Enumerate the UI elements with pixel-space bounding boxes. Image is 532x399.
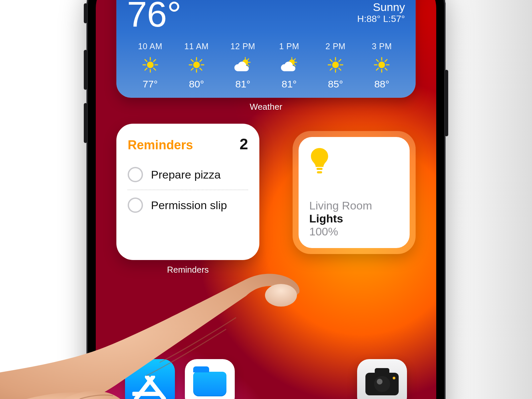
svg-point-18 <box>193 62 200 68</box>
svg-line-53 <box>385 60 387 62</box>
reminders-count: 2 <box>239 135 248 153</box>
svg-point-37 <box>332 62 339 68</box>
hour-label: 2 PM <box>326 42 345 51</box>
weather-high-low: H:88° L:57° <box>357 14 405 24</box>
hour-label: 1 PM <box>279 42 299 51</box>
svg-line-43 <box>339 68 341 70</box>
app-icon-files[interactable] <box>185 359 235 399</box>
lightbulb-icon <box>309 147 330 175</box>
svg-line-24 <box>200 68 202 70</box>
svg-line-51 <box>376 60 378 62</box>
sunny-icon <box>327 56 344 74</box>
weather-widget-label: Weather <box>96 102 436 112</box>
home-screen[interactable]: Sonoma 76° <box>96 0 436 399</box>
svg-rect-56 <box>317 171 322 173</box>
svg-point-9 <box>147 62 154 68</box>
svg-line-30 <box>248 59 249 60</box>
svg-line-26 <box>191 68 193 70</box>
hour-label: 3 PM <box>372 42 392 51</box>
svg-line-23 <box>191 60 193 62</box>
weather-widget[interactable]: Sonoma 76° <box>116 0 416 98</box>
svg-line-45 <box>330 68 332 70</box>
home-level: 100% <box>309 225 399 238</box>
hour-temp: 81° <box>282 78 297 90</box>
sunny-icon <box>373 56 391 74</box>
volume-up-button <box>84 50 87 90</box>
camera-icon <box>365 373 399 395</box>
svg-line-44 <box>339 60 341 62</box>
reminders-title: Reminders <box>128 138 193 152</box>
svg-line-25 <box>200 60 202 62</box>
reminder-item[interactable]: Permission slip <box>128 190 248 220</box>
hour-temp: 85° <box>328 78 343 90</box>
folder-icon <box>193 372 226 396</box>
side-button <box>84 3 87 23</box>
app-icon-camera[interactable] <box>357 359 407 399</box>
hour-label: 10 AM <box>138 42 162 51</box>
power-button <box>445 70 448 136</box>
reminders-widget-label: Reminders <box>116 265 259 275</box>
home-widget[interactable]: Living Room Lights 100% <box>293 131 416 254</box>
hour-temp: 88° <box>374 78 389 90</box>
svg-line-35 <box>294 59 295 60</box>
volume-down-button <box>84 103 87 143</box>
weather-condition: Sunny <box>357 1 405 14</box>
reminders-list: Prepare pizzaPermission slip <box>128 160 248 220</box>
svg-line-17 <box>145 68 147 70</box>
reminder-text: Prepare pizza <box>151 168 221 181</box>
svg-rect-55 <box>317 168 323 170</box>
hour-temp: 80° <box>189 78 204 90</box>
reminder-checkbox[interactable] <box>128 198 143 213</box>
hour-label: 12 PM <box>230 42 255 51</box>
svg-line-36 <box>294 65 295 66</box>
svg-line-14 <box>145 60 147 62</box>
svg-point-46 <box>378 62 385 68</box>
reminder-checkbox[interactable] <box>128 167 143 182</box>
sunny-icon <box>141 56 159 74</box>
partly-cloudy-icon <box>234 56 252 74</box>
svg-line-15 <box>154 68 156 70</box>
hourly-slot: 11 AM 80° <box>173 42 219 90</box>
reminder-item[interactable]: Prepare pizza <box>128 160 248 190</box>
sunny-icon <box>188 56 205 74</box>
reminders-widget[interactable]: Reminders 2 Prepare pizzaPermission slip <box>116 124 259 260</box>
svg-line-31 <box>248 65 249 66</box>
home-accessory: Lights <box>309 212 399 225</box>
svg-line-54 <box>376 68 378 70</box>
hourly-slot: 2 PM 85° <box>312 42 358 90</box>
hourly-slot: 12 PM 81° <box>220 42 266 90</box>
home-room: Living Room <box>309 199 399 212</box>
hour-temp: 81° <box>235 78 250 90</box>
svg-line-16 <box>154 60 156 62</box>
partly-cloudy-icon <box>280 56 298 74</box>
hourly-slot: 10 AM 77° <box>127 42 173 90</box>
hourly-slot: 1 PM 81° <box>266 42 312 90</box>
reminder-text: Permission slip <box>151 199 227 212</box>
svg-line-52 <box>385 68 387 70</box>
svg-line-42 <box>330 60 332 62</box>
hourly-slot: 3 PM 88° <box>359 42 405 90</box>
phone-frame: Sonoma 76° <box>86 0 446 399</box>
hour-temp: 77° <box>143 78 158 90</box>
weather-hourly: 10 AM 77° 11 AM 80° 12 PM 81° 1 PM 81° 2… <box>127 42 405 90</box>
weather-temp: 76° <box>127 0 181 32</box>
app-icon-appstore[interactable] <box>125 359 175 399</box>
hour-label: 11 AM <box>184 42 208 51</box>
